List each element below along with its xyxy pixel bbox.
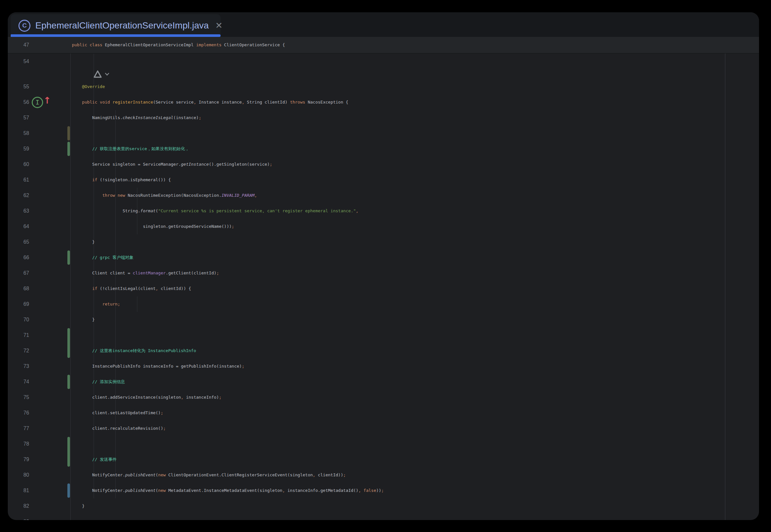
code-text: client.addServiceInstance(singleton, ins…: [72, 390, 222, 405]
vcs-change-marker: [67, 483, 70, 498]
line-number: 65: [8, 234, 29, 250]
code-text: // 添加实例信息: [72, 374, 125, 390]
line-number: 57: [8, 110, 29, 126]
line-number: 68: [8, 281, 29, 296]
code-line[interactable]: 76 client.setLastUpdatedTime();: [8, 405, 759, 421]
code-line[interactable]: 62 throw new NacosRuntimeException(Nacos…: [8, 188, 759, 203]
code-text: // 发送事件: [72, 452, 117, 467]
line-number: 82: [8, 498, 29, 514]
code-line[interactable]: 55 @Override: [8, 79, 759, 94]
code-text: NotifyCenter.publishEvent(new MetadataEv…: [72, 483, 384, 498]
code-text: NamingUtils.checkInstanceIsLegal(instanc…: [72, 110, 201, 126]
line-number: 78: [8, 436, 29, 452]
code-text: Service singleton = ServiceManager.getIn…: [72, 157, 272, 172]
overriding-method-icon[interactable]: I ↑: [32, 94, 51, 110]
line-number: 64: [8, 219, 29, 234]
code-text: }: [72, 498, 84, 514]
java-class-icon: C: [18, 20, 30, 32]
vcs-change-marker: [67, 142, 70, 156]
ide-window: C EphemeralClientOperationServiceImpl.ja…: [8, 12, 759, 520]
code-text: NotifyCenter.publishEvent(new ClientOper…: [72, 467, 346, 483]
code-editor[interactable]: 47 public class EphemeralClientOperation…: [8, 37, 759, 520]
line-number: 47: [8, 37, 29, 53]
line-number: 71: [8, 327, 29, 343]
code-text: String.format("Current service %s is per…: [72, 203, 358, 219]
inlay-hint-row: [8, 69, 759, 79]
implements-circle-icon: I: [32, 97, 43, 108]
code-line[interactable]: 83: [8, 514, 759, 520]
code-text: }: [72, 234, 95, 250]
up-arrow-icon: ↑: [43, 96, 51, 105]
line-number: 81: [8, 483, 29, 498]
line-number: 72: [8, 343, 29, 359]
line-number: 83: [8, 514, 29, 520]
code-line[interactable]: 56 public void registerInstance(Service …: [8, 94, 759, 110]
line-number: 60: [8, 157, 29, 172]
code-text: InstancePublishInfo instanceInfo = getPu…: [72, 359, 244, 374]
tab-ephemeral-client-operation-service-impl[interactable]: C EphemeralClientOperationServiceImpl.ja…: [11, 14, 221, 37]
code-line[interactable]: 75 client.addServiceInstance(singleton, …: [8, 390, 759, 405]
code-text: throw new NacosRuntimeException(NacosExc…: [72, 188, 257, 203]
code-text: client.recalculateRevision();: [72, 421, 166, 436]
vcs-change-marker: [67, 375, 70, 389]
code-line[interactable]: 65 }: [8, 234, 759, 250]
editor-tab-bar: C EphemeralClientOperationServiceImpl.ja…: [8, 12, 759, 37]
code-text: public void registerInstance(Service ser…: [72, 94, 348, 110]
line-number: 77: [8, 421, 29, 436]
code-line[interactable]: 82 }: [8, 498, 759, 514]
code-line[interactable]: 67 Client client = clientManager.getClie…: [8, 265, 759, 281]
line-number: 73: [8, 359, 29, 374]
code-line[interactable]: 81 NotifyCenter.publishEvent(new Metadat…: [8, 483, 759, 498]
code-text: @Override: [72, 79, 105, 94]
code-line[interactable]: 66 // grpc 客户端对象: [8, 250, 759, 265]
vcs-change-marker: [67, 437, 70, 467]
active-tab-indicator: [11, 34, 221, 37]
code-line[interactable]: 63 String.format("Current service %s is …: [8, 203, 759, 219]
code-line[interactable]: 69 return;: [8, 296, 759, 312]
code-line[interactable]: 60 Service singleton = ServiceManager.ge…: [8, 157, 759, 172]
line-number: 63: [8, 203, 29, 219]
line-number: 75: [8, 390, 29, 405]
line-number: 70: [8, 312, 29, 327]
code-line[interactable]: 72 // 这里将instance转化为 InstancePublishInfo: [8, 343, 759, 359]
tab-filename: EphemeralClientOperationServiceImpl.java: [35, 20, 209, 31]
line-number: 66: [8, 250, 29, 265]
code-text: // grpc 客户端对象: [72, 250, 133, 265]
code-line[interactable]: 59 // 获取注册表里的service，如果没有则初始化，: [8, 141, 759, 157]
code-text: if (!singleton.isEphemeral()) {: [72, 172, 171, 188]
code-line[interactable]: 74 // 添加实例信息: [8, 374, 759, 390]
line-number: 67: [8, 265, 29, 281]
vcs-change-marker: [67, 250, 70, 265]
code-line[interactable]: 58: [8, 126, 759, 141]
line-number: 74: [8, 374, 29, 390]
code-line[interactable]: 71: [8, 327, 759, 343]
code-line[interactable]: 61 if (!singleton.isEphemeral()) {: [8, 172, 759, 188]
code-line[interactable]: 57 NamingUtils.checkInstanceIsLegal(inst…: [8, 110, 759, 126]
code-text: Client client = clientManager.getClient(…: [72, 265, 219, 281]
code-line[interactable]: 78: [8, 436, 759, 452]
code-line[interactable]: 73 InstancePublishInfo instanceInfo = ge…: [8, 359, 759, 374]
code-text: singleton.getGroupedServiceName()));: [72, 219, 234, 234]
code-line[interactable]: 64 singleton.getGroupedServiceName()));: [8, 219, 759, 234]
line-number: 80: [8, 467, 29, 483]
code-line[interactable]: 79 // 发送事件: [8, 452, 759, 467]
line-number: 55: [8, 79, 29, 94]
code-line[interactable]: 77 client.recalculateRevision();: [8, 421, 759, 436]
line-number: 61: [8, 172, 29, 188]
line-number: 56: [8, 94, 29, 110]
line-number: 79: [8, 452, 29, 467]
ai-inlay-icon[interactable]: [93, 69, 109, 79]
ai-triangle-icon: [93, 70, 102, 79]
code-line[interactable]: 68 if (!clientIsLegal(client, clientId))…: [8, 281, 759, 296]
gutter-divider: [70, 37, 71, 520]
code-rows: 5455 @Override56 public void registerIns…: [8, 54, 759, 520]
sticky-header-line[interactable]: 47 public class EphemeralClientOperation…: [8, 37, 759, 53]
code-text: // 这里将instance转化为 InstancePublishInfo: [72, 343, 196, 359]
vcs-change-marker: [67, 126, 70, 140]
code-text: client.setLastUpdatedTime();: [72, 405, 163, 421]
code-line[interactable]: 70 }: [8, 312, 759, 327]
code-line[interactable]: 80 NotifyCenter.publishEvent(new ClientO…: [8, 467, 759, 483]
close-icon[interactable]: ✕: [215, 21, 223, 30]
line-number: 54: [8, 54, 29, 69]
code-line[interactable]: 54: [8, 54, 759, 69]
